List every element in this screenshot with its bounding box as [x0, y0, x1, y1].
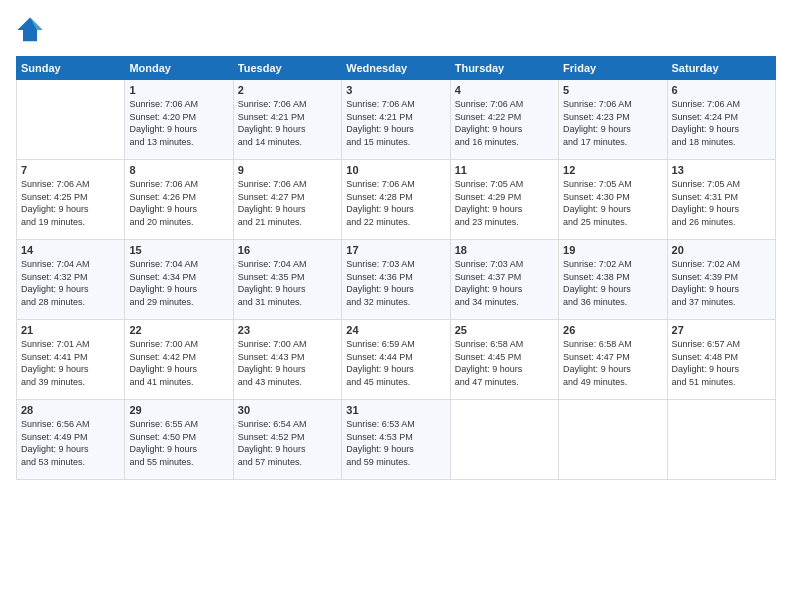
table-row — [559, 400, 667, 480]
table-row: 7 Sunrise: 7:06 AM Sunset: 4:25 PM Dayli… — [17, 160, 125, 240]
table-row: 9 Sunrise: 7:06 AM Sunset: 4:27 PM Dayli… — [233, 160, 341, 240]
day-info: Sunrise: 7:04 AM Sunset: 4:35 PM Dayligh… — [238, 258, 337, 308]
day-info: Sunrise: 6:58 AM Sunset: 4:47 PM Dayligh… — [563, 338, 662, 388]
table-row: 30 Sunrise: 6:54 AM Sunset: 4:52 PM Dayl… — [233, 400, 341, 480]
table-row: 1 Sunrise: 7:06 AM Sunset: 4:20 PM Dayli… — [125, 80, 233, 160]
day-number: 29 — [129, 404, 228, 416]
calendar-week-row: 1 Sunrise: 7:06 AM Sunset: 4:20 PM Dayli… — [17, 80, 776, 160]
table-row: 11 Sunrise: 7:05 AM Sunset: 4:29 PM Dayl… — [450, 160, 558, 240]
day-info: Sunrise: 7:06 AM Sunset: 4:22 PM Dayligh… — [455, 98, 554, 148]
day-info: Sunrise: 7:04 AM Sunset: 4:32 PM Dayligh… — [21, 258, 120, 308]
day-info: Sunrise: 7:00 AM Sunset: 4:42 PM Dayligh… — [129, 338, 228, 388]
day-info: Sunrise: 7:06 AM Sunset: 4:27 PM Dayligh… — [238, 178, 337, 228]
day-number: 7 — [21, 164, 120, 176]
table-row: 18 Sunrise: 7:03 AM Sunset: 4:37 PM Dayl… — [450, 240, 558, 320]
day-info: Sunrise: 7:01 AM Sunset: 4:41 PM Dayligh… — [21, 338, 120, 388]
day-number: 1 — [129, 84, 228, 96]
day-info: Sunrise: 7:03 AM Sunset: 4:37 PM Dayligh… — [455, 258, 554, 308]
day-info: Sunrise: 7:06 AM Sunset: 4:23 PM Dayligh… — [563, 98, 662, 148]
table-row: 28 Sunrise: 6:56 AM Sunset: 4:49 PM Dayl… — [17, 400, 125, 480]
day-number: 14 — [21, 244, 120, 256]
day-number: 3 — [346, 84, 445, 96]
day-number: 10 — [346, 164, 445, 176]
day-info: Sunrise: 7:06 AM Sunset: 4:25 PM Dayligh… — [21, 178, 120, 228]
col-saturday: Saturday — [667, 57, 775, 80]
table-row — [667, 400, 775, 480]
day-number: 25 — [455, 324, 554, 336]
day-info: Sunrise: 7:03 AM Sunset: 4:36 PM Dayligh… — [346, 258, 445, 308]
header — [16, 16, 776, 44]
day-number: 30 — [238, 404, 337, 416]
day-info: Sunrise: 7:05 AM Sunset: 4:30 PM Dayligh… — [563, 178, 662, 228]
day-info: Sunrise: 7:06 AM Sunset: 4:20 PM Dayligh… — [129, 98, 228, 148]
logo-icon — [16, 16, 44, 44]
calendar-week-row: 21 Sunrise: 7:01 AM Sunset: 4:41 PM Dayl… — [17, 320, 776, 400]
calendar-week-row: 7 Sunrise: 7:06 AM Sunset: 4:25 PM Dayli… — [17, 160, 776, 240]
day-info: Sunrise: 7:05 AM Sunset: 4:31 PM Dayligh… — [672, 178, 771, 228]
table-row: 29 Sunrise: 6:55 AM Sunset: 4:50 PM Dayl… — [125, 400, 233, 480]
day-info: Sunrise: 7:04 AM Sunset: 4:34 PM Dayligh… — [129, 258, 228, 308]
day-number: 16 — [238, 244, 337, 256]
day-info: Sunrise: 6:56 AM Sunset: 4:49 PM Dayligh… — [21, 418, 120, 468]
day-info: Sunrise: 7:06 AM Sunset: 4:26 PM Dayligh… — [129, 178, 228, 228]
table-row: 10 Sunrise: 7:06 AM Sunset: 4:28 PM Dayl… — [342, 160, 450, 240]
table-row: 26 Sunrise: 6:58 AM Sunset: 4:47 PM Dayl… — [559, 320, 667, 400]
day-info: Sunrise: 6:55 AM Sunset: 4:50 PM Dayligh… — [129, 418, 228, 468]
table-row: 21 Sunrise: 7:01 AM Sunset: 4:41 PM Dayl… — [17, 320, 125, 400]
calendar-header-row: Sunday Monday Tuesday Wednesday Thursday… — [17, 57, 776, 80]
day-info: Sunrise: 7:02 AM Sunset: 4:39 PM Dayligh… — [672, 258, 771, 308]
day-number: 13 — [672, 164, 771, 176]
table-row: 17 Sunrise: 7:03 AM Sunset: 4:36 PM Dayl… — [342, 240, 450, 320]
table-row: 22 Sunrise: 7:00 AM Sunset: 4:42 PM Dayl… — [125, 320, 233, 400]
table-row: 2 Sunrise: 7:06 AM Sunset: 4:21 PM Dayli… — [233, 80, 341, 160]
table-row: 12 Sunrise: 7:05 AM Sunset: 4:30 PM Dayl… — [559, 160, 667, 240]
day-number: 5 — [563, 84, 662, 96]
day-number: 9 — [238, 164, 337, 176]
calendar-table: Sunday Monday Tuesday Wednesday Thursday… — [16, 56, 776, 480]
col-monday: Monday — [125, 57, 233, 80]
page-container: Sunday Monday Tuesday Wednesday Thursday… — [0, 0, 792, 488]
table-row: 6 Sunrise: 7:06 AM Sunset: 4:24 PM Dayli… — [667, 80, 775, 160]
col-wednesday: Wednesday — [342, 57, 450, 80]
col-tuesday: Tuesday — [233, 57, 341, 80]
day-number: 18 — [455, 244, 554, 256]
day-info: Sunrise: 7:00 AM Sunset: 4:43 PM Dayligh… — [238, 338, 337, 388]
day-info: Sunrise: 6:57 AM Sunset: 4:48 PM Dayligh… — [672, 338, 771, 388]
table-row: 3 Sunrise: 7:06 AM Sunset: 4:21 PM Dayli… — [342, 80, 450, 160]
logo — [16, 16, 48, 44]
day-info: Sunrise: 7:06 AM Sunset: 4:21 PM Dayligh… — [346, 98, 445, 148]
calendar-week-row: 28 Sunrise: 6:56 AM Sunset: 4:49 PM Dayl… — [17, 400, 776, 480]
day-number: 21 — [21, 324, 120, 336]
table-row: 25 Sunrise: 6:58 AM Sunset: 4:45 PM Dayl… — [450, 320, 558, 400]
table-row: 20 Sunrise: 7:02 AM Sunset: 4:39 PM Dayl… — [667, 240, 775, 320]
table-row: 27 Sunrise: 6:57 AM Sunset: 4:48 PM Dayl… — [667, 320, 775, 400]
table-row: 15 Sunrise: 7:04 AM Sunset: 4:34 PM Dayl… — [125, 240, 233, 320]
day-info: Sunrise: 7:06 AM Sunset: 4:28 PM Dayligh… — [346, 178, 445, 228]
table-row: 4 Sunrise: 7:06 AM Sunset: 4:22 PM Dayli… — [450, 80, 558, 160]
day-info: Sunrise: 6:59 AM Sunset: 4:44 PM Dayligh… — [346, 338, 445, 388]
col-thursday: Thursday — [450, 57, 558, 80]
table-row: 14 Sunrise: 7:04 AM Sunset: 4:32 PM Dayl… — [17, 240, 125, 320]
table-row — [450, 400, 558, 480]
day-number: 17 — [346, 244, 445, 256]
day-number: 23 — [238, 324, 337, 336]
day-number: 15 — [129, 244, 228, 256]
day-number: 22 — [129, 324, 228, 336]
day-number: 26 — [563, 324, 662, 336]
day-number: 12 — [563, 164, 662, 176]
day-number: 27 — [672, 324, 771, 336]
col-sunday: Sunday — [17, 57, 125, 80]
table-row: 24 Sunrise: 6:59 AM Sunset: 4:44 PM Dayl… — [342, 320, 450, 400]
day-info: Sunrise: 7:06 AM Sunset: 4:24 PM Dayligh… — [672, 98, 771, 148]
table-row: 5 Sunrise: 7:06 AM Sunset: 4:23 PM Dayli… — [559, 80, 667, 160]
table-row — [17, 80, 125, 160]
day-number: 19 — [563, 244, 662, 256]
day-info: Sunrise: 7:05 AM Sunset: 4:29 PM Dayligh… — [455, 178, 554, 228]
day-number: 20 — [672, 244, 771, 256]
day-number: 2 — [238, 84, 337, 96]
day-number: 24 — [346, 324, 445, 336]
table-row: 23 Sunrise: 7:00 AM Sunset: 4:43 PM Dayl… — [233, 320, 341, 400]
calendar-week-row: 14 Sunrise: 7:04 AM Sunset: 4:32 PM Dayl… — [17, 240, 776, 320]
day-info: Sunrise: 6:53 AM Sunset: 4:53 PM Dayligh… — [346, 418, 445, 468]
day-number: 6 — [672, 84, 771, 96]
